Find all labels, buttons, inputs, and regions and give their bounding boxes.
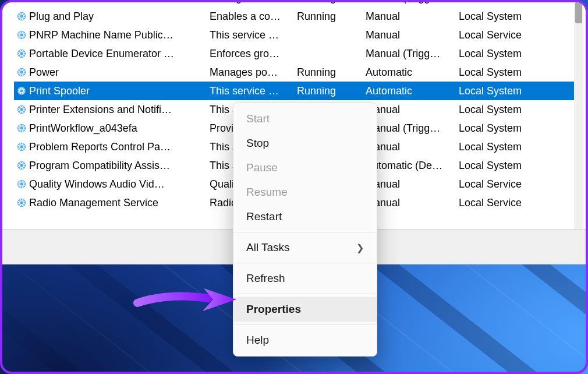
svg-rect-102 [21,181,22,182]
svg-point-21 [20,34,23,37]
service-startup-type: Manual [366,29,459,41]
service-row[interactable]: Portable Device Enumerator …Enforces gro… [14,44,574,63]
service-row[interactable]: Print SpoolerThis service …RunningAutoma… [14,82,574,100]
service-icon-slot [14,48,29,59]
service-name: Print Spooler [29,85,210,97]
menu-all-tasks[interactable]: All Tasks ❯ [233,235,377,260]
svg-rect-32 [21,50,22,51]
svg-rect-72 [21,125,22,126]
service-startup-type: Automatic [366,66,459,79]
menu-pause: Pause [233,156,377,180]
service-description: This service … [210,29,297,41]
gear-icon [16,179,27,189]
gear-icon [16,142,27,152]
svg-rect-53 [21,93,22,94]
menu-stop[interactable]: Stop [233,131,377,156]
svg-rect-55 [24,90,25,91]
svg-rect-43 [21,75,22,76]
service-name: PrintWorkflow_a043efa [29,122,210,135]
svg-rect-63 [21,112,22,113]
menu-properties-label: Properties [246,303,301,316]
svg-rect-103 [21,186,22,188]
svg-point-41 [20,71,23,74]
svg-rect-73 [21,130,22,132]
svg-rect-13 [21,19,22,20]
service-status: Running [297,85,366,97]
service-icon-slot [14,30,29,40]
menu-separator [233,294,377,294]
svg-rect-114 [18,202,19,203]
svg-rect-92 [21,162,22,163]
menu-pause-label: Pause [246,161,278,174]
menu-restart[interactable]: Restart [233,204,377,229]
gear-icon [16,123,27,133]
service-logon-as: Local Service [459,197,546,209]
service-icon-slot [14,123,29,133]
service-description: This service … [210,85,297,97]
svg-rect-112 [21,199,22,200]
service-icon-slot [14,2,29,3]
service-startup-type: Manual [366,104,459,116]
annotation-arrow [133,285,238,315]
service-name: Radio Management Service [29,197,210,209]
service-icon-slot [14,142,29,152]
service-name: Program Compatibility Assis… [29,160,210,172]
menu-properties[interactable]: Properties [233,297,377,322]
svg-point-51 [20,90,23,93]
gear-icon [16,86,27,96]
scrollbar-thumb[interactable] [575,2,582,23]
svg-rect-62 [21,106,22,107]
gear-icon [16,67,27,77]
service-startup-type: Manual (Trigg… [366,2,459,4]
service-row[interactable]: PowerManages po…RunningAutomaticLocal Sy… [14,63,574,82]
service-row[interactable]: PNRP Machine Name Public…This service …M… [14,26,574,44]
service-startup-type: Manual [366,178,459,190]
service-startup-type: Manual (Trigg… [366,48,459,60]
menu-refresh[interactable]: Refresh [233,266,377,291]
service-name: Portable Device Enumerator … [29,48,210,60]
vertical-scrollbar[interactable] [574,2,583,229]
menu-separator [233,324,377,325]
menu-help-label: Help [246,334,269,347]
svg-rect-23 [21,37,22,38]
svg-rect-14 [18,16,19,17]
service-status: Running [297,10,366,23]
menu-separator [233,263,377,263]
service-logon-as: Local System [459,85,546,97]
menu-resume: Resume [233,180,377,204]
service-status: Running [297,2,366,4]
service-logon-as: Local Service [459,2,546,4]
service-name: Printer Extensions and Notifi… [29,104,210,116]
service-logon-as: Local System [459,66,546,79]
service-row[interactable]: Phone ServiceManages th…RunningManual (T… [14,2,574,7]
service-icon-slot [14,104,29,115]
service-startup-type: Manual [366,10,459,23]
service-name: Quality Windows Audio Vid… [29,178,210,190]
service-description: Enables a co… [210,10,297,23]
service-icon-slot [14,67,29,77]
svg-rect-45 [24,72,25,73]
service-description: Enforces gro… [210,48,297,60]
svg-rect-35 [24,53,25,54]
svg-rect-54 [18,90,19,91]
service-icon-slot [14,179,29,189]
menu-help[interactable]: Help [233,328,377,352]
svg-rect-64 [18,109,19,110]
menu-resume-label: Resume [246,186,288,199]
service-name: Problem Reports Control Pa… [29,141,210,153]
svg-rect-65 [24,109,25,110]
svg-point-111 [20,202,23,204]
svg-rect-15 [24,16,25,17]
service-name: Plug and Play [29,10,210,23]
gear-icon [16,30,27,40]
service-icon-slot [14,160,29,171]
svg-rect-12 [21,13,22,14]
svg-rect-83 [21,149,22,150]
service-startup-type: Automatic [366,85,459,97]
service-startup-type: Automatic (De… [366,160,459,172]
service-row[interactable]: Plug and PlayEnables a co…RunningManualL… [14,7,574,26]
service-icon-slot [14,197,29,208]
svg-rect-25 [24,34,25,36]
svg-rect-85 [24,146,25,147]
svg-rect-113 [21,205,22,206]
